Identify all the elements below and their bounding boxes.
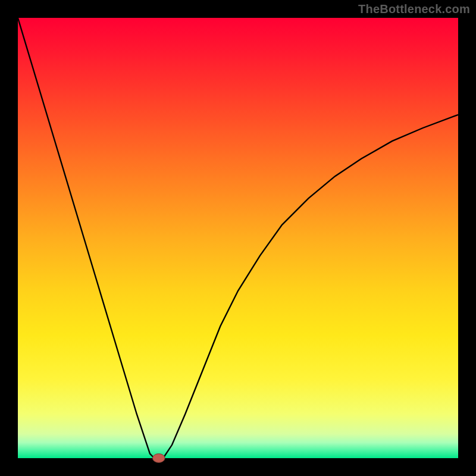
bottleneck-chart	[0, 0, 476, 476]
optimal-point-marker	[152, 454, 165, 463]
chart-frame: TheBottleneck.com	[0, 0, 476, 476]
